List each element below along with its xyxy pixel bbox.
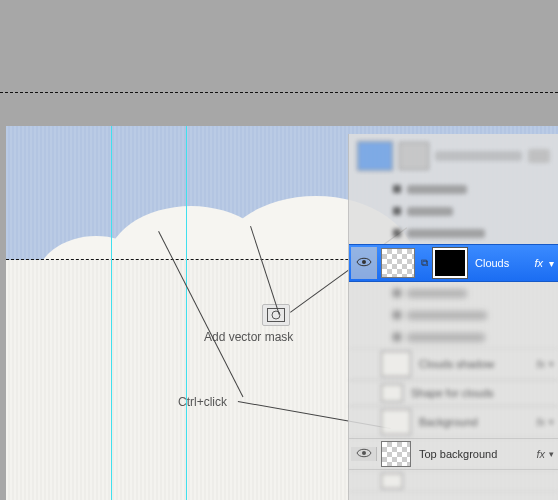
label-ctrl-click: Ctrl+click	[178, 395, 227, 409]
visibility-eye-icon[interactable]	[356, 447, 372, 461]
layer-name-topbg[interactable]: Top background	[415, 448, 532, 460]
layer-clouds-shadow[interactable]: Clouds shadow fx▾	[349, 348, 558, 380]
guide-vertical-1	[111, 126, 112, 500]
layers-panel-header	[349, 134, 558, 178]
effect-coloroverlay-row	[349, 222, 558, 244]
effects-row	[349, 178, 558, 200]
link-icon[interactable]: ⧉	[419, 253, 429, 273]
layer-thumb-pixels[interactable]	[381, 248, 415, 278]
doc-name-blurred	[435, 151, 522, 161]
layer-thumb	[381, 351, 411, 377]
panel-knob	[528, 149, 550, 163]
layer-name: Background	[415, 416, 532, 428]
svg-point-3	[362, 451, 366, 455]
label-add-vector-mask: Add vector mask	[204, 330, 293, 344]
ruler-guide-top	[0, 92, 558, 93]
svg-point-2	[362, 260, 366, 264]
chevron-down-icon[interactable]: ▾	[549, 449, 554, 459]
layer-thumb	[381, 409, 411, 435]
effect-stroke-row	[349, 200, 558, 222]
layer-clouds[interactable]: ⧉ Clouds fx ▾	[349, 244, 558, 282]
doc-thumb-1	[357, 141, 393, 171]
doc-thumb-2	[399, 142, 429, 170]
layers-panel[interactable]: ⧉ Clouds fx ▾ Clouds shadow fx▾ Shape fo…	[348, 134, 558, 500]
layer-name: Shape for clouds	[407, 387, 554, 399]
layer-partial	[349, 470, 558, 492]
chevron-down-icon[interactable]: ▾	[549, 258, 554, 269]
layer-thumb	[381, 384, 403, 402]
layer-shape-for-clouds[interactable]: Shape for clouds	[349, 380, 558, 406]
effects-row-2	[349, 282, 558, 304]
layer-thumb-topbg[interactable]	[381, 441, 411, 467]
vector-mask-icon	[267, 308, 285, 322]
layer-background[interactable]: Background fx▾	[349, 406, 558, 438]
effect-coloroverlay-row-2	[349, 326, 558, 348]
svg-rect-0	[268, 309, 285, 322]
layer-name: Clouds shadow	[415, 358, 532, 370]
guide-vertical-2	[186, 126, 187, 500]
fx-indicator[interactable]: fx	[532, 257, 545, 269]
effect-inner-shadow-row	[349, 304, 558, 326]
visibility-eye-icon[interactable]	[356, 256, 372, 270]
layer-thumb-vector-mask[interactable]	[433, 248, 467, 278]
fx-indicator[interactable]: fx	[536, 448, 545, 460]
layer-top-background[interactable]: Top background fx ▾	[349, 438, 558, 470]
layer-name-clouds[interactable]: Clouds	[471, 257, 528, 269]
